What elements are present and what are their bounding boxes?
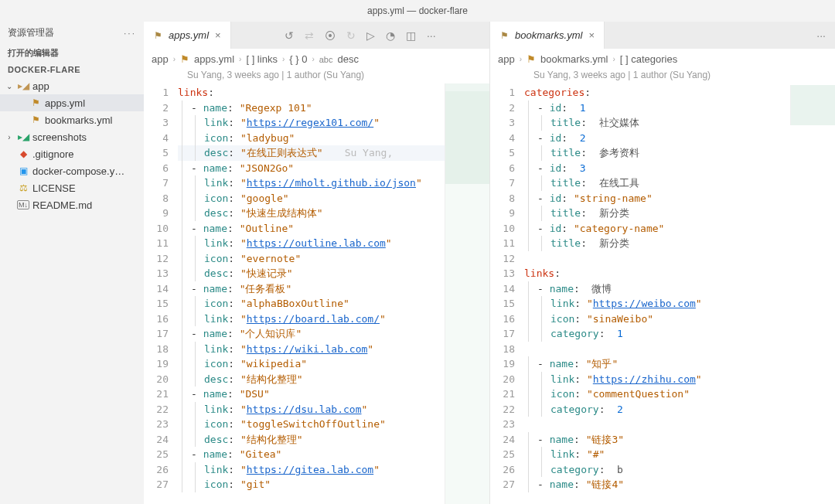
gitlens-annotation: Su Yang, 3 weeks ago | 1 author (Su Yang…	[490, 70, 835, 83]
tab-apps-yml[interactable]: ⚑ apps.yml ×	[144, 22, 231, 49]
minimap[interactable]	[445, 83, 489, 504]
breadcrumb-segment[interactable]: app	[498, 53, 515, 65]
editor-pane-right: ⚑ bookmarks.yml × ··· app›⚑bookmarks.yml…	[490, 22, 835, 504]
code-editor-right[interactable]: categories:- id: 1title: 社交媒体- id: 2titl…	[524, 83, 790, 504]
folder-icon: ▸◢	[17, 80, 29, 92]
editor-actions-left: ↺ ⇄ ⦿ ↻ ▷ ◔ ◫ ···	[231, 29, 489, 42]
chevron-icon: ›	[5, 133, 14, 141]
open-editors-header[interactable]: 打开的编辑器	[0, 44, 144, 62]
more-icon[interactable]: ···	[816, 29, 826, 42]
explorer-title: 资源管理器	[8, 26, 54, 39]
tree-item-label: .gitignore	[32, 148, 73, 160]
breadcrumb-segment[interactable]: apps.yml	[194, 53, 234, 65]
tab-row-right: ⚑ bookmarks.yml × ···	[490, 22, 835, 49]
file-icon: ▣	[17, 165, 29, 177]
minimap[interactable]	[790, 85, 835, 125]
folder-app[interactable]: ⌄▸◢app	[0, 77, 144, 94]
breadcrumb-segment[interactable]: [ ] links	[246, 53, 277, 65]
tab-row-left: ⚑ apps.yml × ↺ ⇄ ⦿ ↻ ▷ ◔ ◫ ···	[144, 22, 489, 49]
yml-icon: ⚑	[498, 29, 510, 42]
breadcrumb-segment[interactable]: app	[152, 53, 169, 65]
symbol-string-icon: abc	[319, 53, 333, 65]
breadcrumb-segment[interactable]: desc	[337, 53, 358, 65]
file-apps.yml[interactable]: ⚑apps.yml	[0, 94, 144, 111]
code-editor-left[interactable]: links:- name: "Regexp 101"link: "https:/…	[178, 83, 445, 504]
gutter: 1234567891011121314151617181920212223242…	[490, 83, 524, 504]
file-bookmarks.yml[interactable]: ⚑bookmarks.yml	[0, 111, 144, 128]
gutter: 1234567891011121314151617181920212223242…	[144, 83, 178, 504]
tree-item-label: screenshots	[32, 131, 87, 143]
timer-icon[interactable]: ◔	[386, 29, 395, 42]
file-icon: ⚖	[17, 182, 29, 194]
file-tree: ⌄▸◢app⚑apps.yml⚑bookmarks.yml›▸◢screensh…	[0, 77, 144, 504]
file-icon: ⚑	[29, 114, 42, 126]
tab-bookmarks-yml[interactable]: ⚑ bookmarks.yml ×	[490, 22, 605, 49]
folder-root[interactable]: DOCKER-FLARE	[0, 62, 144, 77]
explorer-sidebar: 资源管理器 ··· 打开的编辑器 DOCKER-FLARE ⌄▸◢app⚑app…	[0, 22, 144, 504]
gitlens-annotation: Su Yang, 3 weeks ago | 1 author (Su Yang…	[144, 70, 489, 83]
window-title: apps.yml — docker-flare	[0, 0, 835, 22]
file-icon: ◆	[17, 148, 29, 160]
close-icon[interactable]: ×	[213, 29, 223, 41]
file-icon: M↓	[17, 199, 29, 211]
yml-icon: ⚑	[152, 29, 164, 42]
tab-label: apps.yml	[169, 29, 209, 41]
folder-screenshots[interactable]: ›▸◢screenshots	[0, 128, 144, 145]
file-.gitignore[interactable]: ◆.gitignore	[0, 145, 144, 162]
tree-item-label: docker-compose.y…	[32, 165, 124, 177]
breadcrumb-segment[interactable]: bookmarks.yml	[540, 53, 608, 65]
file-README.md[interactable]: M↓README.md	[0, 196, 144, 213]
breadcrumb-segment[interactable]: [ ] categories	[620, 53, 677, 65]
history-icon[interactable]: ↺	[285, 29, 294, 42]
folder-icon: ▸◢	[17, 131, 29, 143]
run-icon[interactable]: ▷	[366, 29, 375, 42]
tree-item-label: README.md	[32, 199, 92, 211]
breadcrumb-right[interactable]: app›⚑bookmarks.yml›[ ] categories	[490, 49, 835, 70]
tree-item-label: bookmarks.yml	[45, 114, 112, 126]
yml-icon: ⚑	[527, 53, 536, 65]
tree-item-label: apps.yml	[45, 97, 85, 109]
refresh-icon[interactable]: ↻	[346, 29, 356, 42]
breadcrumb-segment[interactable]: { } 0	[289, 53, 307, 65]
more-icon[interactable]: ···	[427, 29, 436, 42]
compare-icon[interactable]: ⇄	[305, 29, 314, 42]
close-icon[interactable]: ×	[587, 29, 596, 41]
tree-item-label: app	[32, 80, 49, 92]
tab-label: bookmarks.yml	[515, 29, 582, 41]
more-icon[interactable]: ···	[124, 28, 136, 39]
editor-actions-right: ···	[605, 29, 835, 42]
tree-item-label: LICENSE	[32, 182, 76, 194]
branch-icon[interactable]: ⦿	[325, 29, 336, 42]
file-docker-compose.y…[interactable]: ▣docker-compose.y…	[0, 162, 144, 179]
chevron-icon: ⌄	[5, 82, 14, 90]
file-LICENSE[interactable]: ⚖LICENSE	[0, 179, 144, 196]
breadcrumb-left[interactable]: app›⚑apps.yml›[ ] links›{ } 0›abcdesc	[144, 49, 489, 70]
yml-icon: ⚑	[180, 53, 189, 65]
split-icon[interactable]: ◫	[406, 29, 416, 42]
editor-pane-left: ⚑ apps.yml × ↺ ⇄ ⦿ ↻ ▷ ◔ ◫ ··· app›⚑apps…	[144, 22, 490, 504]
file-icon: ⚑	[29, 97, 42, 109]
